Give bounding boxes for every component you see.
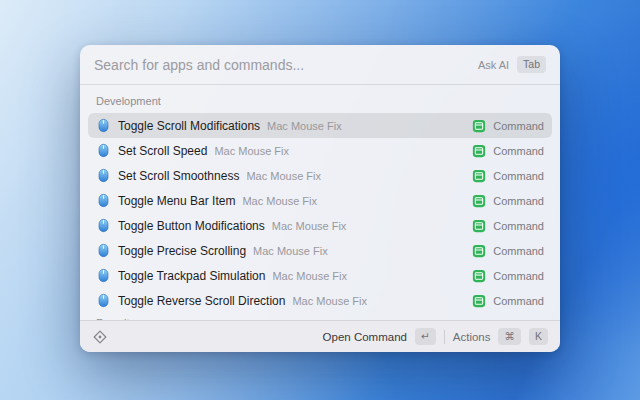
command-item[interactable]: Toggle Precise Scrolling Mac Mouse Fix C… [88,238,552,263]
mac-mouse-fix-app-icon [96,243,111,258]
command-type-label: Command [493,220,544,232]
section-header-favorites: Favorites [88,313,552,320]
command-type-icon [472,194,486,208]
command-type-icon [472,269,486,283]
results-list: Development Toggle Scroll Modifications … [80,85,560,320]
command-title: Toggle Precise Scrolling [118,244,246,258]
command-item[interactable]: Set Scroll Speed Mac Mouse Fix Command [88,138,552,163]
mac-mouse-fix-app-icon [96,193,111,208]
command-type-icon [472,144,486,158]
command-type-label: Command [493,295,544,307]
open-command-button[interactable]: Open Command [323,331,407,343]
command-type-label: Command [493,195,544,207]
command-type-icon [472,294,486,308]
command-title: Toggle Trackpad Simulation [118,269,265,283]
command-subtitle: Mac Mouse Fix [267,120,342,132]
section-header-development: Development [88,91,552,113]
command-item[interactable]: Toggle Button Modifications Mac Mouse Fi… [88,213,552,238]
command-subtitle: Mac Mouse Fix [253,245,328,257]
enter-key-badge: ↵ [415,328,436,345]
command-title: Set Scroll Smoothness [118,169,239,183]
search-bar: Ask AI Tab [80,45,560,85]
command-subtitle: Mac Mouse Fix [242,195,317,207]
command-type-label: Command [493,245,544,257]
mac-mouse-fix-app-icon [96,143,111,158]
cmd-key-badge: ⌘ [498,328,521,345]
command-subtitle: Mac Mouse Fix [272,270,347,282]
tab-key-badge: Tab [517,56,546,73]
command-type-icon [472,119,486,133]
command-type-label: Command [493,120,544,132]
command-type-icon [472,244,486,258]
desktop-wallpaper: Ask AI Tab Development Toggle Scroll Mod… [0,0,640,400]
command-item[interactable]: Toggle Menu Bar Item Mac Mouse Fix Comma… [88,188,552,213]
ask-ai-label[interactable]: Ask AI [478,59,509,71]
command-item[interactable]: Toggle Scroll Modifications Mac Mouse Fi… [88,113,552,138]
command-subtitle: Mac Mouse Fix [246,170,321,182]
command-type-icon [472,219,486,233]
command-subtitle: Mac Mouse Fix [272,220,347,232]
search-input[interactable] [94,57,470,73]
action-bar: Open Command ↵ Actions ⌘ K [80,320,560,352]
mac-mouse-fix-app-icon [96,168,111,183]
command-subtitle: Mac Mouse Fix [214,145,289,157]
command-title: Set Scroll Speed [118,144,207,158]
mac-mouse-fix-app-icon [96,118,111,133]
command-type-label: Command [493,270,544,282]
command-title: Toggle Scroll Modifications [118,119,260,133]
command-type-label: Command [493,145,544,157]
footer-divider [444,330,445,344]
command-subtitle: Mac Mouse Fix [292,295,367,307]
mac-mouse-fix-app-icon [96,268,111,283]
command-title: Toggle Menu Bar Item [118,194,235,208]
actions-button[interactable]: Actions [453,331,491,343]
launcher-window: Ask AI Tab Development Toggle Scroll Mod… [80,45,560,352]
command-item[interactable]: Toggle Trackpad Simulation Mac Mouse Fix… [88,263,552,288]
command-type-icon [472,169,486,183]
k-key-badge: K [529,328,548,345]
raycast-logo-icon [92,329,108,345]
command-item[interactable]: Toggle Reverse Scroll Direction Mac Mous… [88,288,552,313]
mac-mouse-fix-app-icon [96,293,111,308]
command-title: Toggle Button Modifications [118,219,265,233]
command-title: Toggle Reverse Scroll Direction [118,294,285,308]
mac-mouse-fix-app-icon [96,218,111,233]
command-type-label: Command [493,170,544,182]
command-item[interactable]: Set Scroll Smoothness Mac Mouse Fix Comm… [88,163,552,188]
